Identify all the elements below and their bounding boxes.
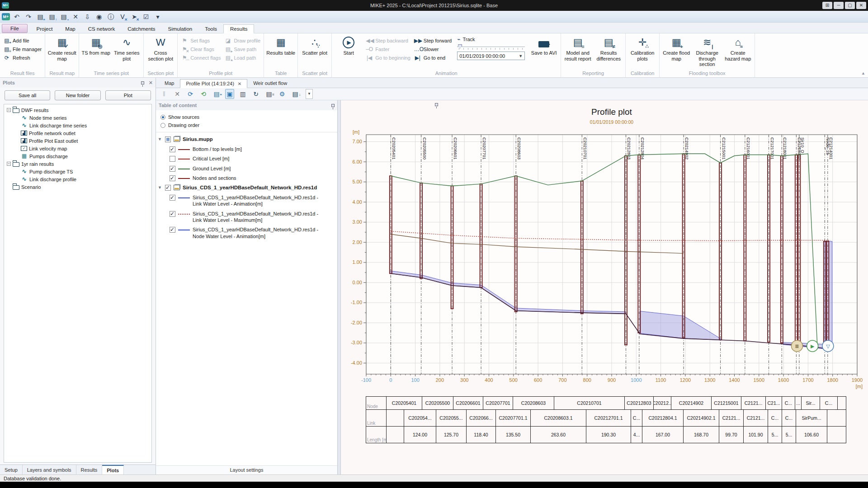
select-clear-icon[interactable]: ➤✕ [129, 12, 139, 21]
checkbox[interactable] [165, 185, 171, 191]
refresh-blue-icon[interactable]: ⟳ [186, 89, 195, 99]
scatter-plot-button[interactable]: ∴∵Scatter plot [299, 34, 330, 56]
drag-handle-icon[interactable]: ‖ [160, 89, 169, 99]
tree-item-dwf-results[interactable]: −DWF results [5, 106, 151, 114]
add-file-button[interactable]: ▤+Add file [1, 36, 43, 45]
layout-settings-link[interactable]: Layout settings [156, 465, 337, 474]
panel-tab-layers-and-symbols[interactable]: Layers and symbols [23, 465, 76, 474]
ribbon-tab-project[interactable]: Project [30, 25, 59, 33]
add-page-icon[interactable]: ▤+ [212, 89, 221, 99]
minimize-button[interactable]: ─ [834, 2, 844, 9]
clear-flags-button[interactable]: ⚑✕Clear flags [179, 45, 222, 53]
save-all-button[interactable]: Save all [5, 90, 50, 100]
faster-button[interactable]: –OFaster [364, 45, 412, 53]
checkbox[interactable] [170, 166, 175, 172]
toc-source[interactable]: ▼Sirius_CDS_1_yearHDBaseDefault_Network_… [158, 184, 335, 191]
refresh-button[interactable]: ⟳Refresh [1, 53, 43, 62]
settings-icon[interactable]: ⚙ [278, 89, 287, 99]
panel-tab-setup[interactable]: Setup [0, 465, 23, 474]
ribbon-tab-map[interactable]: Map [59, 25, 81, 33]
create-flood-map-button[interactable]: ▦+Create flood map [661, 34, 692, 61]
step-backward-button[interactable]: ◀◀Step backward [364, 36, 412, 45]
app-logo-icon[interactable]: M+ [2, 13, 10, 20]
doc-tab-map[interactable]: Map [159, 79, 180, 88]
tree-item-1yr-rain-results[interactable]: −1yr rain results [5, 160, 151, 168]
ribbon-tab-tools[interactable]: Tools [198, 25, 223, 33]
close-panel-icon[interactable]: ✕ [149, 80, 153, 86]
redraw-icon[interactable]: ↻ [251, 89, 260, 99]
close-button[interactable]: ✕ [856, 2, 866, 9]
checkbox[interactable] [165, 136, 171, 142]
select-region-icon[interactable]: ▣ [225, 89, 234, 99]
panel-tab-plots[interactable]: Plots [102, 465, 124, 474]
profile-plot-chart[interactable]: C20205401C20205500C20206601C20207701C202… [341, 100, 868, 395]
tree-item-link-velocity-map[interactable]: ✓Link velocity map [5, 145, 151, 152]
tree-item-link-discharge-profile[interactable]: ∿Link discharge profile [5, 175, 151, 183]
discharge-through-section-button[interactable]: ≋|Discharge through section [692, 34, 722, 67]
dropdown-icon[interactable]: ▼ [306, 89, 313, 99]
chevron-down-icon[interactable]: ▼ [158, 185, 162, 190]
checkbox[interactable] [170, 195, 175, 201]
delete-icon[interactable]: ✕ [71, 12, 80, 21]
toc-layer[interactable]: Sirius_CDS_1_yearHDBaseDefault_Network_H… [158, 211, 335, 224]
toc-layer[interactable]: Sirius_CDS_1_yearHDBaseDefault_Network_H… [158, 194, 335, 207]
new-folder-button[interactable]: New folder [55, 90, 100, 100]
connect-flags-button[interactable]: ⚑⋯Connect flags [179, 53, 222, 62]
results-table-button[interactable]: ▦Results table [265, 34, 296, 56]
toc-layer[interactable]: Nodes and sections [158, 175, 335, 181]
import-icon[interactable]: ⇩ [82, 12, 92, 21]
info-icon[interactable]: ⓘ [106, 12, 116, 21]
tree-item-pumps-discharge[interactable]: ▦Pumps discharge [5, 152, 151, 160]
maximize-button[interactable]: ▢ [845, 2, 855, 9]
save-to-avi-button[interactable]: Save to AVI [528, 34, 559, 56]
refresh-green-icon[interactable]: ⟲ [199, 89, 208, 99]
undo-icon[interactable]: ↶ [12, 12, 22, 21]
open-project-icon[interactable]: ▤↑ [47, 12, 57, 21]
radio-drawing-order[interactable]: Drawing order [160, 121, 333, 129]
database-overlay-button[interactable]: ≣ [791, 340, 802, 352]
radio-show-sources[interactable]: Show sources [160, 113, 333, 121]
tree-item-scenario[interactable]: Scenario [5, 183, 151, 191]
redo-icon[interactable]: ↷ [24, 12, 33, 21]
cut-icon[interactable]: ✕ [173, 89, 182, 99]
create-hazard-map-button[interactable]: ⌂≈Create hazard map [722, 34, 753, 61]
time-series-plot-button[interactable]: ∿Time series plot [111, 34, 142, 61]
ribbon-tab-file[interactable]: File [2, 24, 28, 33]
ribbon-collapse-icon[interactable]: ▲ [861, 71, 865, 75]
slower-button[interactable]: …OSlower [412, 45, 453, 53]
go-to-beginning-button[interactable]: |◀Go to beginning [364, 53, 412, 62]
checkbox[interactable] [170, 146, 175, 152]
load-path-button[interactable]: ▤▴Load path [222, 53, 262, 62]
ribbon-tab-catchments[interactable]: Catchments [121, 25, 161, 33]
save-icon[interactable]: ▤↓ [291, 89, 300, 99]
panel-tab-results[interactable]: Results [76, 465, 103, 474]
calibration-plots-button[interactable]: ✛∴Calibration plots [627, 34, 658, 61]
tree-expander[interactable]: − [7, 162, 11, 166]
checkbox[interactable] [170, 175, 175, 181]
cross-section-plot-button[interactable]: WCross section plot [145, 34, 176, 61]
ribbon-tab-results[interactable]: Results [223, 24, 254, 33]
copy-icon[interactable]: ▥ [238, 89, 247, 99]
toc-layer[interactable]: Bottom / top levels [m] [158, 146, 335, 152]
toc-layer[interactable]: Sirius_CDS_1_yearHDBaseDefault_Network_H… [158, 226, 335, 239]
close-tab-icon[interactable]: ✕ [238, 81, 241, 86]
profile-plot-svg[interactable]: C20205401C20205500C20206601C20207701C202… [341, 100, 865, 395]
checkbox[interactable] [170, 227, 175, 233]
chevron-down-icon[interactable]: ▼ [158, 137, 162, 141]
checkbox[interactable] [170, 156, 175, 162]
tree-item-link-discharge-time-series[interactable]: ∿Link discharge time series [5, 122, 151, 129]
tree-expander[interactable]: − [7, 108, 11, 112]
pin-icon[interactable] [331, 104, 335, 107]
tree-item-profile-network-outlet[interactable]: ▟Profile network outlet [5, 129, 151, 137]
tree-item-pump-discharge-ts[interactable]: ∿Pump discharge TS [5, 168, 151, 175]
pin-icon[interactable] [141, 81, 144, 84]
toc-layer[interactable]: Critical Level [m] [158, 155, 335, 162]
doc-tab-weir-outlet-flow[interactable]: Weir outlet flow [247, 79, 293, 88]
print-icon[interactable]: ▤≡ [264, 89, 274, 99]
save-path-button[interactable]: ▤▸Save path [222, 45, 262, 53]
create-result-map-button[interactable]: ▦✓Create result map [47, 34, 77, 61]
toc-layer[interactable]: Ground Level [m] [158, 165, 335, 172]
file-manager-button[interactable]: ▤≡File manager [1, 45, 43, 53]
model-and-result-report-button[interactable]: ▤≡Model and result report [562, 34, 593, 61]
step-forward-button[interactable]: ▶▶Step forward [412, 36, 453, 45]
